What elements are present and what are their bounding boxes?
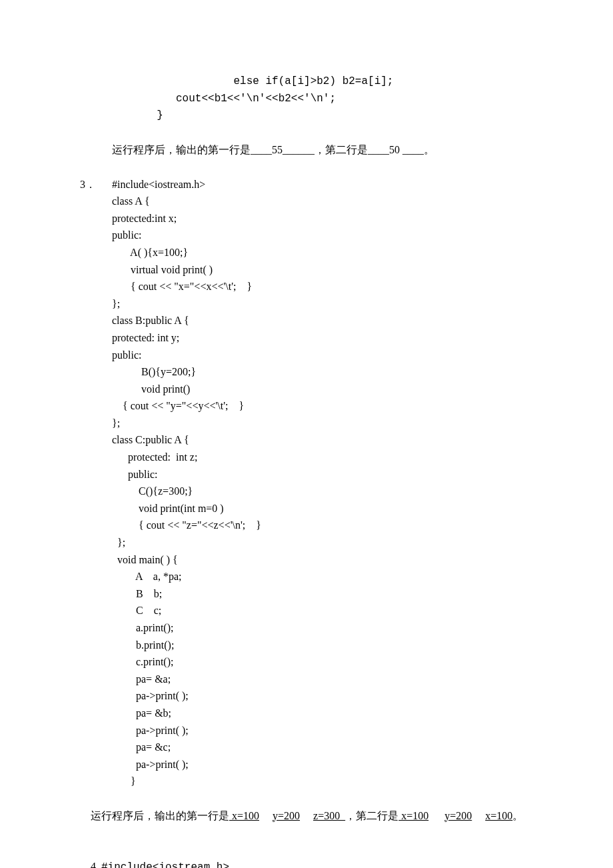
code-line: B b; <box>112 585 533 603</box>
code-line: protected:int x; <box>112 210 533 227</box>
code-line: pa= &b; <box>112 705 533 722</box>
question-3-number: 3． <box>80 176 112 193</box>
code-line: { cout << "y="<<y<<'\t'; } <box>112 397 533 415</box>
code-line: class A { <box>112 193 533 210</box>
include-line: #include<iostream.h> <box>112 176 533 193</box>
q3-answer-2: y=200 <box>273 810 300 821</box>
code-line: protected: int z; <box>112 449 533 466</box>
code-line: } <box>112 773 533 790</box>
code-line: pa= &a; <box>112 671 533 688</box>
question-3-body: #include<iostream.h> class A {protected:… <box>112 176 533 790</box>
code-line: public: <box>112 466 533 483</box>
document-page: else if(a[i]>b2) b2=a[i]; cout<<b1<<'\n'… <box>0 0 613 868</box>
code-line: c.print(); <box>112 653 533 671</box>
q3-answer-1: x=100 <box>229 810 259 821</box>
question-4: 4. #include<iostream.h> <box>80 841 533 868</box>
q2-result-prefix: 运行程序后，输出的第一行是____ <box>91 144 272 155</box>
code-line: else if(a[i]>b2) b2=a[i]; <box>112 73 533 91</box>
code-line: virtual void print( ) <box>112 261 533 279</box>
q3-answer-6: x=100 <box>485 810 512 821</box>
question-3: 3． #include<iostream.h> class A {protect… <box>80 176 533 790</box>
q2-result-line: 运行程序后，输出的第一行是____55______，第二行是____50 ___… <box>80 125 533 176</box>
q2-result-mid: ______，第二行是____ <box>283 144 389 155</box>
code-line: }; <box>112 295 533 313</box>
q3-result-prefix: 运行程序后，输出的第一行是 <box>91 810 229 821</box>
q3-result-mid: ，第二行是 <box>345 810 398 821</box>
code-line: B(){y=200;} <box>112 363 533 381</box>
code-line: } <box>112 107 533 125</box>
code-line: pa= &c; <box>112 739 533 756</box>
q2-answer-2: 50 <box>389 144 400 155</box>
code-line: b.print(); <box>112 637 533 654</box>
code-line: a.print(); <box>112 619 533 637</box>
prev-code-block: else if(a[i]>b2) b2=a[i]; cout<<b1<<'\n'… <box>80 73 533 125</box>
q4-line-1: #include<iostream.h> <box>101 861 229 868</box>
code-line: class C:public A { <box>112 431 533 449</box>
code-line: C c; <box>112 602 533 619</box>
code-line: pa->print( ); <box>112 722 533 739</box>
q3-result-suffix: 。 <box>512 810 523 821</box>
q3-code-block: class A {protected:int x;public: A( ){x=… <box>112 193 533 790</box>
code-line: cout<<b1<<'\n'<<b2<<'\n'; <box>112 91 533 108</box>
code-line: }; <box>112 534 533 551</box>
code-line: { cout << "z="<<z<<'\n'; } <box>112 517 533 534</box>
q2-result-suffix: ____。 <box>400 144 434 155</box>
code-line: class B:public A { <box>112 312 533 329</box>
code-line: protected: int y; <box>112 329 533 347</box>
code-line: void print() <box>112 381 533 398</box>
q3-answer-4: x=100 <box>398 810 428 821</box>
code-line: public: <box>112 227 533 244</box>
code-line: public: <box>112 347 533 364</box>
question-4-number: 4. <box>91 861 101 868</box>
code-line: pa->print( ); <box>112 756 533 773</box>
code-line: void print(int m=0 ) <box>112 500 533 517</box>
code-line: A( ){x=100;} <box>112 244 533 261</box>
q3-answer-5: y=200 <box>444 810 472 821</box>
code-line: pa->print( ); <box>112 687 533 705</box>
code-line: A a, *pa; <box>112 568 533 585</box>
q3-answer-3: z=300 <box>313 810 345 821</box>
code-line: }; <box>112 415 533 432</box>
q2-answer-1: 55 <box>272 144 283 155</box>
code-line: void main( ) { <box>112 551 533 569</box>
q3-result-line: 运行程序后，输出的第一行是 x=100 y=200 z=300 ，第二行是 x=… <box>80 790 533 841</box>
code-line: { cout << "x="<<x<<'\t'; } <box>112 278 533 295</box>
code-line: C(){z=300;} <box>112 483 533 500</box>
